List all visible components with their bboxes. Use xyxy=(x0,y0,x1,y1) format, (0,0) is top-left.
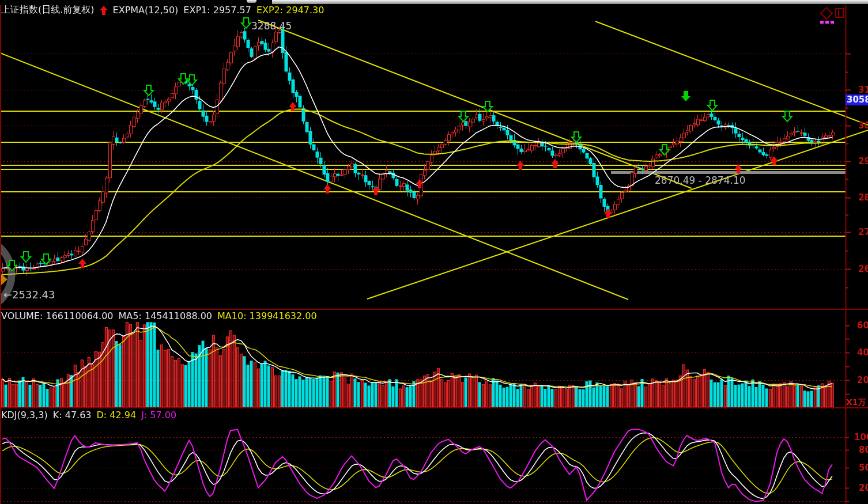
exp2-value: EXP2: 2947.30 xyxy=(256,5,324,16)
volume-axis-label: 400 xyxy=(857,347,868,358)
more-options-icon[interactable] xyxy=(820,21,834,24)
volume-ma10-value: MA10: 139941632.00 xyxy=(217,310,317,321)
volume-value: VOLUME: 166110064.00 xyxy=(1,310,114,321)
stock-chart-app: 上证指数(日线.前复权) EXPMA(12,50) EXP1: 2957.57 … xyxy=(0,0,868,504)
main-axis-label: 2600 xyxy=(858,264,868,274)
low-price-label: ←2532.43 xyxy=(3,289,55,301)
main-pane-header: 上证指数(日线.前复权) EXPMA(12,50) EXP1: 2957.57 … xyxy=(1,4,324,16)
split-window-icon[interactable] xyxy=(835,8,844,18)
symbol-title: 上证指数(日线.前复权) xyxy=(1,4,95,16)
main-axis-label: 2800 xyxy=(858,192,868,203)
price-range-label: 2870.49 - 2874.10 xyxy=(655,175,746,186)
kdj-j-value: J: 57.00 xyxy=(141,410,176,420)
kdj-pane-header: KDJ(9,3,3) K: 47.63 D: 42.94 J: 57.00 xyxy=(1,410,176,420)
kdj-axis-label: 100 xyxy=(854,432,868,442)
kdj-k-value: K: 47.63 xyxy=(53,410,92,420)
window-edge-bar xyxy=(272,0,868,4)
last-price-badge: 3058 xyxy=(846,94,868,105)
kdj-d-value: D: 42.94 xyxy=(97,410,137,420)
main-axis-label: 2700 xyxy=(858,227,868,237)
kdj-axis-label: 80 xyxy=(859,445,868,455)
volume-ma5-value: MA5: 145411088.00 xyxy=(119,310,212,321)
chart-canvas[interactable] xyxy=(0,0,868,504)
volume-pane-header: VOLUME: 166110064.00 MA5: 145411088.00 M… xyxy=(1,310,317,321)
indicator-name: EXPMA(12,50) xyxy=(113,5,179,16)
kdj-axis-label: 50 xyxy=(859,463,868,473)
window-edge-fragment xyxy=(247,0,256,3)
kdj-indicator-name: KDJ(9,3,3) xyxy=(1,410,48,420)
volume-axis-label: 200 xyxy=(857,375,868,385)
main-axis-label: 2900 xyxy=(858,156,868,166)
main-axis-label: 3100 xyxy=(858,85,868,95)
main-axis-label: 3000 xyxy=(858,120,868,131)
exp1-value: EXP1: 2957.57 xyxy=(183,5,251,16)
peak-price-label: 3288.45 xyxy=(251,20,292,32)
up-arrow-icon xyxy=(100,6,108,15)
volume-unit-label: X1万 xyxy=(846,397,866,408)
volume-axis-label: 600 xyxy=(857,320,868,331)
kdj-axis-label: 20 xyxy=(859,483,868,493)
